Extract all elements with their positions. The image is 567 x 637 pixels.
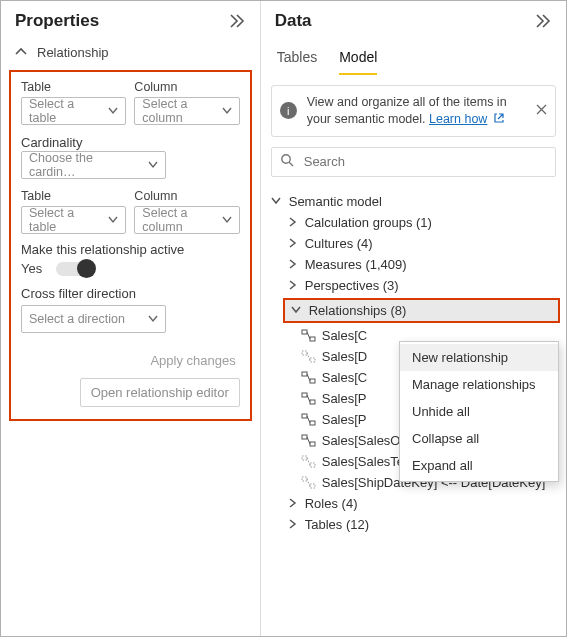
column1-select[interactable]: Select a column xyxy=(134,97,239,125)
relationship-label: Sales[P xyxy=(322,391,367,406)
tree-node-measures[interactable]: Measures (1,409) xyxy=(281,254,562,275)
table2-placeholder: Select a table xyxy=(29,206,102,234)
collapse-data-button[interactable] xyxy=(536,14,552,28)
svg-rect-12 xyxy=(310,442,315,446)
relationship-label: Sales[C xyxy=(322,328,368,343)
tree-label: Relationships (8) xyxy=(309,303,407,318)
tree-label: Cultures (4) xyxy=(305,236,373,251)
ctx-unhide-all[interactable]: Unhide all xyxy=(400,398,558,425)
data-header: Data xyxy=(261,1,566,39)
relationship-icon xyxy=(301,435,316,446)
chevron-down-icon xyxy=(222,104,232,118)
chevron-up-icon xyxy=(15,45,27,60)
tree-node-perspectives[interactable]: Perspectives (3) xyxy=(281,275,562,296)
info-bar: i View and organize all of the items in … xyxy=(271,85,556,137)
data-tabs: Tables Model xyxy=(261,39,566,75)
tree-node-calc-groups[interactable]: Calculation groups (1) xyxy=(281,212,562,233)
properties-title: Properties xyxy=(15,11,99,31)
svg-rect-6 xyxy=(310,379,315,383)
data-panel: Data Tables Model i View and organize al… xyxy=(261,1,566,636)
svg-rect-11 xyxy=(302,435,307,439)
svg-point-0 xyxy=(282,155,290,163)
relationship-section-label: Relationship xyxy=(37,45,109,60)
relationship-icon xyxy=(301,414,316,425)
learn-how-link[interactable]: Learn how xyxy=(429,112,487,126)
collapse-properties-button[interactable] xyxy=(230,14,246,28)
chevron-down-icon xyxy=(222,213,232,227)
cardinality-select[interactable]: Choose the cardin… xyxy=(21,151,166,179)
chevron-right-icon xyxy=(285,238,299,248)
context-menu: New relationship Manage relationships Un… xyxy=(399,341,559,482)
tree-root-label: Semantic model xyxy=(289,194,382,209)
info-text: View and organize all of the items in yo… xyxy=(307,94,526,128)
tab-model[interactable]: Model xyxy=(339,43,377,75)
tree-label: Roles (4) xyxy=(305,496,358,511)
active-label: Make this relationship active xyxy=(21,242,240,257)
table1-placeholder: Select a table xyxy=(29,97,102,125)
ctx-new-relationship[interactable]: New relationship xyxy=(400,344,558,371)
relationship-label: Sales[C xyxy=(322,370,368,385)
tree-root[interactable]: Semantic model xyxy=(265,191,562,212)
chevron-down-icon xyxy=(148,158,158,172)
relationship-icon xyxy=(301,372,316,383)
column2-placeholder: Select a column xyxy=(142,206,215,234)
cardinality-placeholder: Choose the cardin… xyxy=(29,151,142,179)
table1-select[interactable]: Select a table xyxy=(21,97,126,125)
relationship-section-header[interactable]: Relationship xyxy=(1,39,260,70)
relationship-hidden-icon xyxy=(301,456,316,467)
column2-label: Column xyxy=(134,189,239,203)
tree-node-relationships[interactable]: Relationships (8) xyxy=(283,298,560,323)
chevron-down-icon xyxy=(148,312,158,326)
open-relationship-editor-button[interactable]: Open relationship editor xyxy=(80,378,240,407)
svg-rect-7 xyxy=(302,393,307,397)
cross-filter-placeholder: Select a direction xyxy=(29,312,125,326)
tab-tables[interactable]: Tables xyxy=(277,43,317,75)
chevron-down-icon xyxy=(289,305,303,315)
properties-highlight-box: Table Select a table Column Select a col… xyxy=(9,70,252,421)
search-input[interactable] xyxy=(302,153,555,170)
chevron-right-icon xyxy=(285,519,299,529)
cardinality-label: Cardinality xyxy=(21,135,82,150)
chevron-right-icon xyxy=(285,498,299,508)
table2-label: Table xyxy=(21,189,126,203)
tree-node-tables[interactable]: Tables (12) xyxy=(281,514,562,535)
properties-header: Properties xyxy=(1,1,260,39)
chevron-right-icon xyxy=(285,217,299,227)
external-link-icon xyxy=(494,112,504,126)
ctx-manage-relationships[interactable]: Manage relationships xyxy=(400,371,558,398)
toggle-knob xyxy=(77,259,96,278)
svg-rect-15 xyxy=(302,477,307,481)
svg-rect-13 xyxy=(302,456,307,460)
search-box[interactable] xyxy=(271,147,556,177)
ctx-expand-all[interactable]: Expand all xyxy=(400,452,558,479)
column1-placeholder: Select a column xyxy=(142,97,215,125)
close-info-button[interactable] xyxy=(536,104,547,118)
tree-label: Perspectives (3) xyxy=(305,278,399,293)
ctx-collapse-all[interactable]: Collapse all xyxy=(400,425,558,452)
active-value: Yes xyxy=(21,261,42,276)
svg-rect-4 xyxy=(310,358,315,362)
relationship-label: Sales[P xyxy=(322,412,367,427)
cross-filter-select[interactable]: Select a direction xyxy=(21,305,166,333)
chevron-down-icon xyxy=(108,213,118,227)
column2-select[interactable]: Select a column xyxy=(134,206,239,234)
active-toggle[interactable] xyxy=(56,262,94,276)
search-icon xyxy=(272,153,302,171)
svg-rect-14 xyxy=(310,463,315,467)
tree-node-roles[interactable]: Roles (4) xyxy=(281,493,562,514)
apply-changes-button[interactable]: Apply changes xyxy=(146,351,239,370)
svg-rect-2 xyxy=(310,337,315,341)
relationship-icon xyxy=(301,330,316,341)
data-title: Data xyxy=(275,11,312,31)
column1-label: Column xyxy=(134,80,239,94)
info-icon: i xyxy=(280,102,297,119)
chevron-right-icon xyxy=(285,280,299,290)
svg-rect-10 xyxy=(310,421,315,425)
table2-select[interactable]: Select a table xyxy=(21,206,126,234)
relationship-label: Sales[D xyxy=(322,349,368,364)
tree-label: Tables (12) xyxy=(305,517,369,532)
properties-panel: Properties Relationship Table Select a t… xyxy=(1,1,261,636)
tree-label: Measures (1,409) xyxy=(305,257,407,272)
tree-node-cultures[interactable]: Cultures (4) xyxy=(281,233,562,254)
cross-filter-label: Cross filter direction xyxy=(21,286,240,301)
